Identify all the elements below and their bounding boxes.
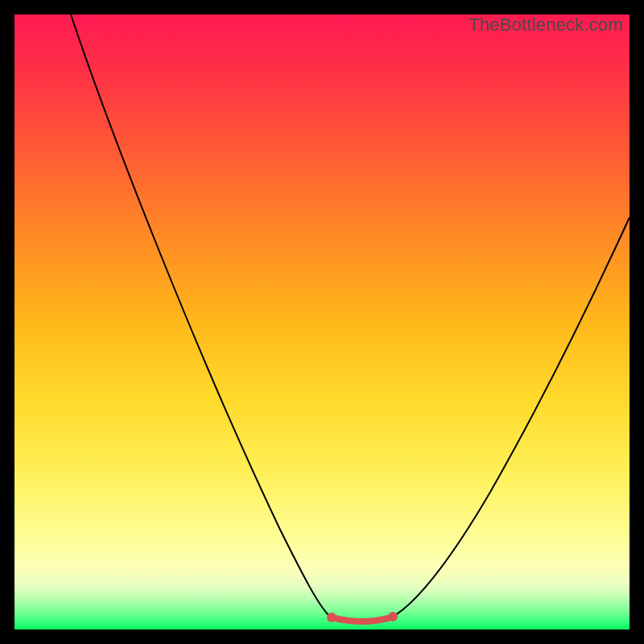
chart-frame: TheBottleneck.com: [0, 0, 644, 644]
curve-left-limb: [71, 14, 330, 617]
curve-right-limb: [393, 217, 630, 617]
curve-svg: [14, 14, 630, 630]
optimal-zone-segment: [335, 618, 388, 621]
optimal-zone-start-dot: [327, 613, 336, 622]
plot-area: TheBottleneck.com: [14, 14, 630, 630]
optimal-zone-end-dot: [388, 612, 398, 621]
